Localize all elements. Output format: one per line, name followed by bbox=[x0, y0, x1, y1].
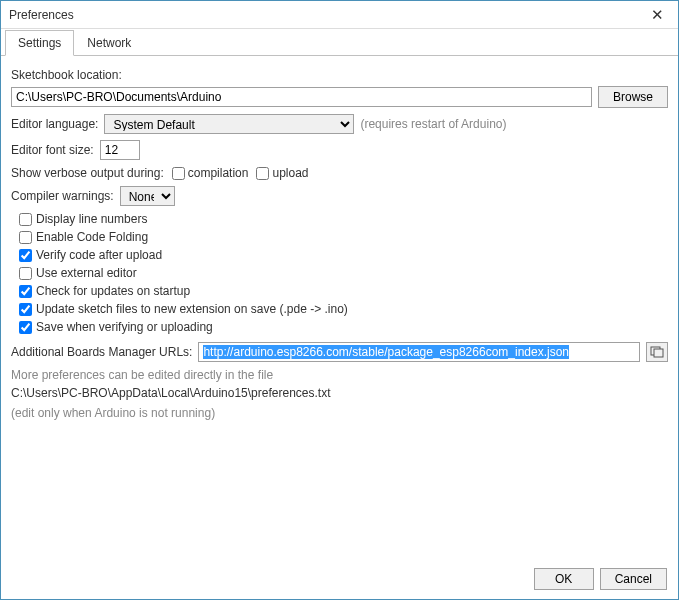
more-prefs-note2: (edit only when Arduino is not running) bbox=[11, 406, 668, 420]
browse-button[interactable]: Browse bbox=[598, 86, 668, 108]
boards-label: Additional Boards Manager URLs: bbox=[11, 345, 192, 359]
titlebar: Preferences ✕ bbox=[1, 1, 678, 29]
warnings-select[interactable]: None bbox=[120, 186, 175, 206]
save-verify-upload-label: Save when verifying or uploading bbox=[36, 320, 213, 334]
window-icon bbox=[650, 346, 664, 358]
upload-label: upload bbox=[272, 166, 308, 180]
more-prefs-note1: More preferences can be edited directly … bbox=[11, 368, 668, 382]
window-title: Preferences bbox=[9, 8, 645, 22]
language-note: (requires restart of Arduino) bbox=[360, 117, 506, 131]
language-select[interactable]: System Default bbox=[104, 114, 354, 134]
language-label: Editor language: bbox=[11, 117, 98, 131]
check-updates-checkbox[interactable] bbox=[19, 285, 32, 298]
verify-after-upload-label: Verify code after upload bbox=[36, 248, 162, 262]
update-sketch-ext-label: Update sketch files to new extension on … bbox=[36, 302, 348, 316]
ok-button[interactable]: OK bbox=[534, 568, 594, 590]
save-verify-upload-checkbox[interactable] bbox=[19, 321, 32, 334]
fontsize-label: Editor font size: bbox=[11, 143, 94, 157]
svg-rect-1 bbox=[654, 349, 663, 357]
fontsize-input[interactable] bbox=[100, 140, 140, 160]
content: Sketchbook location: Browse Editor langu… bbox=[1, 56, 678, 432]
sketchbook-path-input[interactable] bbox=[11, 87, 592, 107]
external-editor-label: Use external editor bbox=[36, 266, 137, 280]
enable-code-folding-checkbox[interactable] bbox=[19, 231, 32, 244]
tabs: Settings Network bbox=[1, 29, 678, 56]
prefs-file-path: C:\Users\PC-BRO\AppData\Local\Arduino15\… bbox=[11, 386, 668, 400]
tab-network[interactable]: Network bbox=[74, 30, 144, 56]
upload-checkbox[interactable] bbox=[256, 167, 269, 180]
close-icon[interactable]: ✕ bbox=[645, 4, 670, 26]
sketchbook-label: Sketchbook location: bbox=[11, 68, 668, 82]
verbose-label: Show verbose output during: bbox=[11, 166, 164, 180]
footer: OK Cancel bbox=[534, 568, 667, 590]
update-sketch-ext-checkbox[interactable] bbox=[19, 303, 32, 316]
compilation-label: compilation bbox=[188, 166, 249, 180]
tab-settings[interactable]: Settings bbox=[5, 30, 74, 56]
boards-url-input[interactable]: http://arduino.esp8266.com/stable/packag… bbox=[198, 342, 640, 362]
cancel-button[interactable]: Cancel bbox=[600, 568, 667, 590]
enable-code-folding-label: Enable Code Folding bbox=[36, 230, 148, 244]
display-line-numbers-label: Display line numbers bbox=[36, 212, 147, 226]
compilation-checkbox[interactable] bbox=[172, 167, 185, 180]
verify-after-upload-checkbox[interactable] bbox=[19, 249, 32, 262]
display-line-numbers-checkbox[interactable] bbox=[19, 213, 32, 226]
boards-extra-button[interactable] bbox=[646, 342, 668, 362]
warnings-label: Compiler warnings: bbox=[11, 189, 114, 203]
external-editor-checkbox[interactable] bbox=[19, 267, 32, 280]
check-updates-label: Check for updates on startup bbox=[36, 284, 190, 298]
